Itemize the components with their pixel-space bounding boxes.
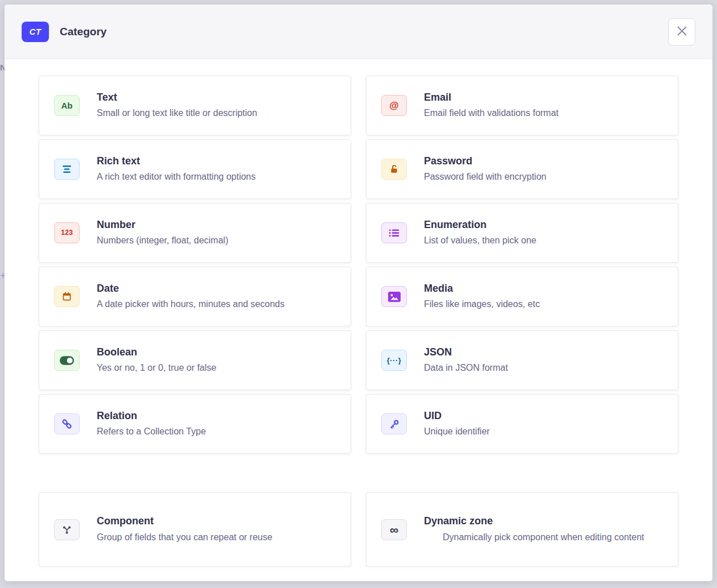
field-type-text: Number Numbers (integer, float, decimal) <box>97 218 336 248</box>
advanced-field-type-grid: Component Group of fields that you can r… <box>39 492 678 566</box>
collection-type-badge: CT <box>22 22 49 42</box>
field-type-card-richtext[interactable]: Rich text A rich text editor with format… <box>39 139 351 199</box>
field-type-text: Email Email field with validations forma… <box>424 91 663 121</box>
field-type-text: Text Small or long text like title or de… <box>97 91 336 121</box>
field-type-text: Boolean Yes or no, 1 or 0, true or false <box>97 346 336 375</box>
modal-title: Category <box>60 26 106 38</box>
field-type-text: JSON Data in JSON format <box>424 346 663 375</box>
enumeration-field-icon <box>381 222 407 243</box>
close-icon <box>677 26 687 38</box>
field-type-title: Enumeration <box>424 218 663 231</box>
field-type-title: UID <box>424 409 663 423</box>
boolean-field-icon <box>54 350 80 371</box>
field-type-title: Password <box>424 155 663 168</box>
json-field-icon: {···} <box>381 350 407 371</box>
field-type-text: Rich text A rich text editor with format… <box>97 155 336 184</box>
number-field-icon: 123 <box>54 222 80 243</box>
field-type-text: Enumeration List of values, then pick on… <box>424 218 663 248</box>
field-type-title: Number <box>97 218 336 231</box>
field-type-card-media[interactable]: Media Files like images, videos, etc <box>366 267 678 326</box>
close-button[interactable] <box>668 18 695 45</box>
field-type-text: Dynamic zone Dynamically pick component … <box>424 515 663 544</box>
field-type-card-email[interactable]: @ Email Email field with validations for… <box>366 76 678 135</box>
field-type-title: Text <box>97 91 336 104</box>
dynamic-zone-field-icon: ∞ <box>381 519 407 540</box>
field-type-card-relation[interactable]: Relation Refers to a Collection Type <box>39 394 351 454</box>
field-type-text: Date A date picker with hours, minutes a… <box>97 282 336 312</box>
field-type-description: List of values, then pick one <box>424 234 663 247</box>
field-type-title: Dynamic zone <box>424 515 663 528</box>
field-type-description: Yes or no, 1 or 0, true or false <box>97 361 336 375</box>
field-type-grid: Ab Text Small or long text like title or… <box>39 76 678 454</box>
field-type-text: UID Unique identifier <box>424 409 663 439</box>
field-type-title: Rich text <box>97 155 336 168</box>
media-field-icon <box>381 286 407 307</box>
field-type-title: Component <box>97 515 336 528</box>
field-type-title: JSON <box>424 346 663 359</box>
field-type-card-password[interactable]: Password Password field with encryption <box>366 139 678 199</box>
backdrop-page-fragment: N <box>0 63 5 72</box>
field-type-title: Date <box>97 282 336 295</box>
text-field-icon: Ab <box>54 95 80 116</box>
modal-body: Ab Text Small or long text like title or… <box>5 59 712 581</box>
field-type-description: Password field with encryption <box>424 170 663 184</box>
field-type-description: Numbers (integer, float, decimal) <box>97 234 336 247</box>
password-field-icon <box>381 159 407 180</box>
field-type-description: Unique identifier <box>424 425 663 438</box>
field-type-card-json[interactable]: {···} JSON Data in JSON format <box>366 330 678 390</box>
field-type-text: Relation Refers to a Collection Type <box>97 409 336 439</box>
date-field-icon <box>54 286 80 307</box>
field-type-card-component[interactable]: Component Group of fields that you can r… <box>39 492 351 566</box>
field-type-card-text[interactable]: Ab Text Small or long text like title or… <box>39 76 351 135</box>
field-type-card-uid[interactable]: UID Unique identifier <box>366 394 678 454</box>
uid-field-icon <box>381 413 407 434</box>
field-type-card-dynamiczone[interactable]: ∞ Dynamic zone Dynamically pick componen… <box>366 492 678 566</box>
field-type-title: Relation <box>97 409 336 423</box>
field-type-text: Component Group of fields that you can r… <box>97 515 336 544</box>
field-type-description: A rich text editor with formatting optio… <box>97 170 336 184</box>
modal-header: CT Category <box>5 5 712 59</box>
field-type-title: Boolean <box>97 346 336 359</box>
field-type-text: Password Password field with encryption <box>424 155 663 184</box>
field-type-description: A date picker with hours, minutes and se… <box>97 297 336 311</box>
field-type-description: Group of fields that you can repeat or r… <box>97 531 336 544</box>
field-type-description: Email field with validations format <box>424 106 663 120</box>
field-type-title: Email <box>424 91 663 104</box>
field-type-text: Media Files like images, videos, etc <box>424 282 663 312</box>
field-type-description: Data in JSON format <box>424 361 663 375</box>
field-type-card-number[interactable]: 123 Number Numbers (integer, float, deci… <box>39 203 351 263</box>
email-field-icon: @ <box>381 95 407 116</box>
select-field-modal: CT Category Ab Text Small or long text l… <box>5 5 712 581</box>
field-type-card-enumeration[interactable]: Enumeration List of values, then pick on… <box>366 203 678 263</box>
backdrop-page-fragment: + <box>0 270 5 282</box>
relation-field-icon <box>54 413 80 434</box>
field-type-card-date[interactable]: Date A date picker with hours, minutes a… <box>39 267 351 326</box>
field-type-card-boolean[interactable]: Boolean Yes or no, 1 or 0, true or false <box>39 330 351 390</box>
field-type-description: Dynamically pick component when editing … <box>424 531 663 544</box>
field-type-description: Small or long text like title or descrip… <box>97 106 336 120</box>
rich-text-field-icon <box>54 159 80 180</box>
field-type-description: Refers to a Collection Type <box>97 425 336 438</box>
field-type-description: Files like images, videos, etc <box>424 297 663 311</box>
component-field-icon <box>54 519 80 540</box>
field-type-title: Media <box>424 282 663 295</box>
